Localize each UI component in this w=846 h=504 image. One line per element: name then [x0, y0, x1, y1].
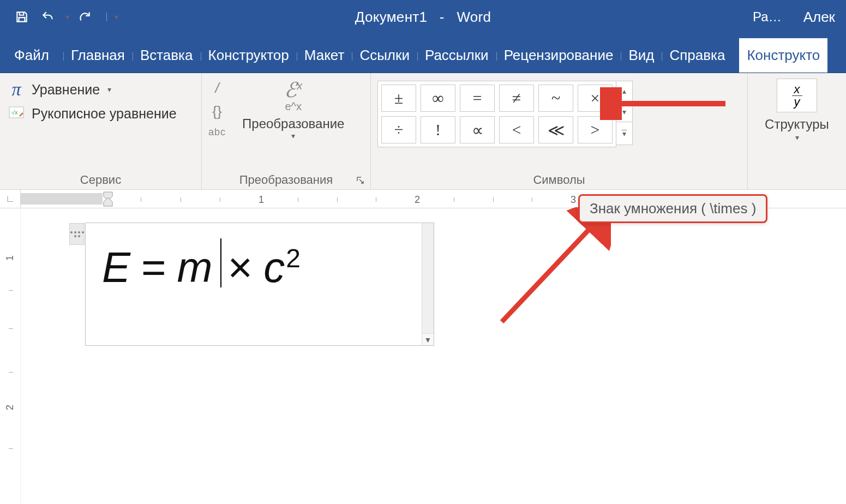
ruler-margin-shade [21, 193, 103, 205]
tab-insert[interactable]: Вставка [133, 47, 201, 73]
symbol-plus-minus[interactable]: ± [381, 85, 416, 112]
vruler-tick-2: 2 [4, 405, 16, 410]
eq-times: × [228, 243, 254, 292]
ruler-tick-3: 3 [571, 194, 576, 206]
symbol-tilde[interactable]: ~ [538, 85, 573, 112]
eq-m: m [177, 243, 214, 292]
tab-selector[interactable]: ∟ [0, 190, 21, 208]
tab-mailings[interactable]: Рассылки [417, 47, 496, 73]
group-convert-label: Преобразования [202, 173, 370, 187]
symbol-times[interactable]: × [578, 85, 613, 112]
convert-small-buttons: / {} abc [208, 80, 226, 138]
indent-marker[interactable] [103, 190, 113, 207]
save-button[interactable] [11, 6, 33, 28]
undo-button[interactable] [37, 6, 59, 28]
svg-marker-3 [104, 197, 112, 206]
redo-button[interactable] [74, 6, 95, 28]
symbol-greater-than[interactable]: > [578, 116, 613, 143]
symbol-proportional[interactable]: ∝ [460, 116, 495, 143]
symbol-scroll-up[interactable]: ▴ [616, 81, 633, 101]
structures-fraction-button[interactable]: xy [777, 79, 817, 112]
tab-help[interactable]: Справка [662, 47, 733, 73]
window-title: Документ1 - Word [355, 9, 491, 26]
symbol-infinity[interactable]: ∞ [421, 85, 455, 112]
eq-c: c2 [263, 243, 302, 292]
equation-label: Уравнение [32, 82, 100, 98]
title-separator: - [440, 9, 445, 25]
tab-layout[interactable]: Макет [297, 47, 352, 73]
professional-format-icon[interactable]: {} [212, 103, 221, 120]
group-service: π Уравнение ▾ √x Рукописное уравнение Се… [0, 73, 202, 189]
ribbon-tabs: Файл Главная Вставка Конструктор Макет С… [0, 34, 846, 73]
tab-references[interactable]: Ссылки [352, 47, 417, 73]
ruler-tick-2: 2 [415, 194, 420, 206]
linear-format-icon[interactable]: / [215, 80, 219, 97]
symbol-gallery: ± ∞ = ≠ ~ × ÷ ! ∝ < ≪ > [377, 81, 616, 147]
ink-equation-label: Рукописное уравнение [32, 106, 177, 122]
tab-review[interactable]: Рецензирование [496, 47, 621, 73]
symbol-gallery-scroll: ▴ ▾ ▾— [616, 81, 633, 147]
symbol-not-equal[interactable]: ≠ [499, 85, 534, 112]
svg-text:√x: √x [11, 109, 18, 116]
symbol-factorial[interactable]: ! [421, 116, 455, 143]
convert-label: Преобразование [242, 116, 344, 131]
equation-drag-handle[interactable] [69, 223, 85, 245]
document-name: Документ1 [355, 9, 428, 25]
ribbon: π Уравнение ▾ √x Рукописное уравнение Се… [0, 73, 846, 190]
tab-design[interactable]: Конструктор [201, 47, 297, 73]
convert-button[interactable]: ℰx e^x Преобразование ▾ [242, 80, 344, 140]
symbol-divide[interactable]: ÷ [381, 116, 416, 143]
qat-customize-icon[interactable]: ▾ [106, 13, 118, 21]
vruler-tick-1: 1 [4, 255, 16, 261]
title-right: Ра… Алек [753, 9, 835, 26]
group-symbols: ± ∞ = ≠ ~ × ÷ ! ∝ < ≪ > ▴ ▾ ▾— Символы [371, 73, 748, 189]
tab-file[interactable]: Файл [0, 47, 63, 73]
equation-container[interactable]: E = m × c2 ▼ [85, 223, 434, 346]
group-convert: / {} abc ℰx e^x Преобразование ▾ Преобра… [202, 73, 371, 189]
tab-view[interactable]: Вид [621, 47, 662, 73]
equation-dropdown-icon[interactable]: ▾ [107, 85, 111, 94]
quick-access-toolbar: ▾ ▾ [0, 6, 118, 28]
eq-equals: = [141, 243, 167, 292]
page[interactable]: E = m × c2 ▼ [21, 208, 846, 504]
convert-dropdown-icon: ▾ [291, 131, 295, 140]
equation-scroll-down-icon[interactable]: ▼ [422, 333, 434, 345]
ex-glyph-icon: ℰx [284, 80, 302, 100]
symbol-much-less[interactable]: ≪ [538, 116, 573, 143]
equation-button[interactable]: π Уравнение ▾ [7, 77, 195, 101]
structures-label: Структуры [754, 117, 839, 132]
eq-exponent: 2 [286, 244, 302, 273]
group-structures: xy Структуры ▾ [748, 73, 846, 189]
tab-equation-design[interactable]: Конструкто [739, 38, 827, 73]
pi-icon: π [7, 79, 26, 100]
text-button-icon[interactable]: abc [208, 127, 226, 138]
symbol-gallery-expand[interactable]: ▾— [616, 122, 633, 145]
account-name[interactable]: Алек [803, 9, 835, 26]
title-bar: ▾ ▾ Документ1 - Word Ра… Алек [0, 0, 846, 34]
text-cursor [220, 238, 221, 287]
ink-equation-icon: √x [7, 106, 26, 122]
ruler-tick-1: 1 [259, 194, 264, 206]
symbol-less-than[interactable]: < [499, 116, 534, 143]
symbol-equals[interactable]: = [460, 85, 495, 112]
app-name: Word [457, 9, 491, 25]
structures-dropdown-icon: ▾ [754, 133, 839, 142]
document-area: 1 2 E = m × c2 ▼ [0, 208, 846, 504]
convert-dialog-launcher[interactable] [356, 176, 366, 186]
collapsed-tab-label[interactable]: Ра… [753, 9, 782, 25]
group-service-label: Сервис [0, 173, 201, 187]
group-symbols-label: Символы [371, 173, 747, 187]
undo-dropdown-icon[interactable]: ▾ [65, 13, 69, 21]
equation-text[interactable]: E = m × c2 [86, 223, 434, 302]
symbol-scroll-down[interactable]: ▾ [616, 101, 633, 122]
tooltip-times: Знак умножения ( \times ) [578, 194, 767, 223]
equation-scrollbar[interactable]: ▼ [422, 223, 434, 345]
tab-home[interactable]: Главная [63, 47, 133, 73]
tooltip-text: Знак умножения ( \times ) [590, 200, 756, 217]
ink-equation-button[interactable]: √x Рукописное уравнение [7, 101, 195, 125]
eq-E: E [102, 243, 131, 292]
ex-small-label: e^x [285, 100, 302, 113]
vertical-ruler[interactable]: 1 2 [0, 208, 21, 504]
